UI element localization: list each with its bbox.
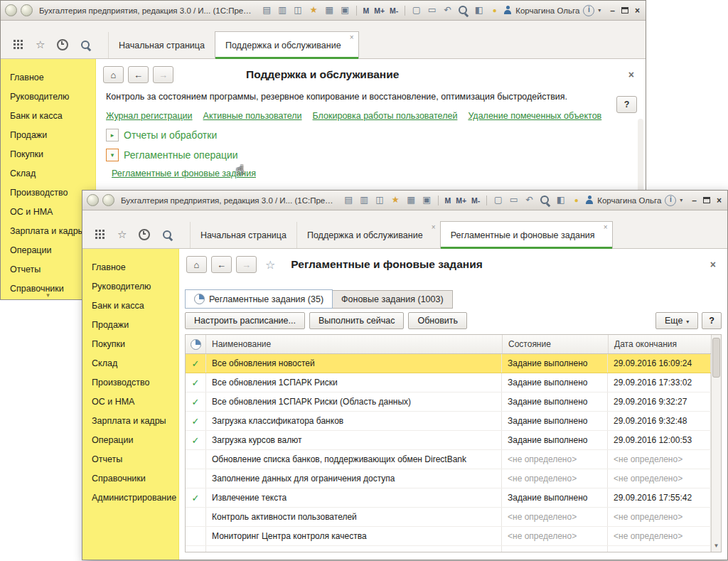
expand-icon[interactable]: ▸ [106, 129, 119, 141]
sidebar-item-склад[interactable]: Склад [82, 354, 178, 373]
status-column-header[interactable] [186, 335, 206, 353]
close-window-button[interactable]: × [717, 196, 722, 205]
titlebar[interactable]: Бухгалтерия предприятия, редакция 3.0 / … [82, 191, 727, 210]
view-tab[interactable]: Фоновые задания (1003) [332, 290, 453, 309]
favorites-star-icon[interactable]: ☆ [36, 40, 45, 50]
section-label[interactable]: Регламентные операции [124, 149, 238, 161]
history-icon[interactable] [139, 229, 150, 240]
window-tab[interactable]: Начальная страница [190, 222, 296, 248]
sidebar-item-главное[interactable]: Главное [1, 68, 95, 87]
name-column-header[interactable]: Наименование [206, 335, 503, 353]
quick-actions-button[interactable] [102, 194, 114, 206]
memory-minus-button[interactable]: М- [471, 196, 481, 205]
close-page-icon[interactable]: × [706, 259, 720, 270]
sidebar-more-icon[interactable]: ▾ [46, 292, 50, 299]
table-row[interactable]: Заполнение данных для ограничения доступ… [186, 469, 711, 488]
help-button[interactable]: ? [616, 96, 637, 113]
home-button[interactable]: ⌂ [186, 256, 207, 273]
split-window-icon[interactable]: ◧ [473, 5, 484, 16]
undo-icon[interactable]: ↶ [442, 5, 453, 16]
support-link[interactable]: Удаление помеченных объектов [468, 111, 601, 121]
minimize-button[interactable]: – [610, 6, 615, 15]
print-preview-icon[interactable]: ◫ [375, 195, 385, 205]
print-icon[interactable]: ▥ [359, 195, 370, 205]
collapse-icon[interactable]: ▾ [106, 149, 119, 161]
open-file-icon[interactable]: ▭ [427, 5, 437, 16]
table-row[interactable]: ✓Загрузка курсов валютЗадание выполнено2… [186, 431, 711, 450]
toolbar-button[interactable]: Обновить [408, 312, 467, 329]
search-icon[interactable] [80, 40, 91, 50]
forward-button[interactable]: → [153, 66, 173, 83]
home-button[interactable]: ⌂ [103, 66, 124, 83]
support-link[interactable]: Блокировка работы пользователей [313, 111, 458, 121]
sidebar-item-банк-и-касса[interactable]: Банк и касса [82, 296, 178, 316]
sidebar-item-склад[interactable]: Склад [1, 164, 95, 183]
close-page-icon[interactable]: × [624, 69, 638, 80]
table-header[interactable]: Наименование Состояние Дата окончания [186, 335, 711, 354]
sidebar-item-ос-и-нма[interactable]: ОС и НМА [82, 392, 178, 412]
memory-minus-button[interactable]: М- [389, 6, 399, 15]
calendar-icon[interactable]: ▦ [406, 195, 417, 205]
table-row[interactable]: ✓Извлечение текстаЗадание выполнено29.09… [186, 488, 711, 508]
add-favorite-star-icon[interactable]: ☆ [265, 258, 275, 272]
open-file-icon[interactable]: ▭ [508, 195, 519, 205]
favorites-icon[interactable]: ★ [309, 5, 319, 16]
maximize-button[interactable] [621, 7, 628, 14]
print-preview-icon[interactable]: ◫ [293, 5, 304, 16]
table-row[interactable]: Контроль активности пользователей<не опр… [186, 508, 711, 527]
sidebar-item-руководителю[interactable]: Руководителю [82, 277, 178, 296]
table-row[interactable]: Мониторинг Центра контроля качества<не о… [186, 527, 711, 546]
scroll-down-icon[interactable]: ▼ [714, 543, 719, 550]
main-menu-button[interactable] [87, 194, 99, 206]
undo-icon[interactable]: ↶ [524, 195, 535, 205]
scrollbar-thumb[interactable] [712, 338, 720, 378]
back-button[interactable]: ← [128, 66, 149, 83]
sidebar-item-операции[interactable]: Операции [82, 431, 178, 450]
help-button[interactable]: ? [702, 312, 722, 329]
toolbar-button[interactable]: Выполнить сейчас [309, 312, 405, 329]
search-icon[interactable] [458, 5, 469, 16]
calculator-icon[interactable]: ▣ [422, 195, 432, 205]
sidebar-item-руководителю[interactable]: Руководителю [1, 87, 95, 107]
calculator-icon[interactable]: ▣ [340, 5, 350, 16]
sidebar-item-отчеты[interactable]: Отчеты [82, 450, 178, 469]
sidebar-item-зарплата-и-кадры[interactable]: Зарплата и кадры [82, 412, 178, 431]
support-link[interactable]: Активные пользователи [203, 111, 302, 121]
window-tab[interactable]: Начальная страница [108, 32, 215, 58]
search-icon[interactable] [162, 230, 173, 240]
tips-icon[interactable]: ● [489, 5, 500, 16]
tips-icon[interactable]: ● [571, 195, 582, 205]
view-tab[interactable]: Регламентные задания (35) [185, 289, 333, 309]
sidebar-item-покупки[interactable]: Покупки [1, 145, 95, 164]
table-row[interactable]: ✓Все обновления 1СПАРК РискиЗадание выпо… [186, 373, 711, 392]
memory-button[interactable]: М [362, 6, 370, 15]
calendar-icon[interactable]: ▦ [324, 5, 335, 16]
section-reports-processing[interactable]: ▸ Отчеты и обработки [96, 123, 646, 143]
memory-plus-button[interactable]: М+ [373, 6, 385, 15]
sidebar-item-администрирование[interactable]: Администрирование [82, 488, 178, 508]
new-document-icon[interactable]: ▢ [493, 195, 503, 205]
all-functions-grid-icon[interactable] [95, 230, 105, 240]
tab-close-icon[interactable]: × [432, 224, 436, 231]
info-icon[interactable]: i [665, 195, 676, 206]
favorites-icon[interactable]: ★ [390, 195, 401, 205]
titlebar[interactable]: Бухгалтерия предприятия, редакция 3.0 / … [1, 1, 646, 21]
section-scheduled-operations[interactable]: ▾ Регламентные операции [96, 143, 646, 163]
table-row[interactable]: ✓Все обновления новостейЗадание выполнен… [186, 354, 711, 373]
favorites-star-icon[interactable]: ☆ [117, 230, 127, 240]
table-scrollbar[interactable]: ▼ [711, 335, 721, 552]
sidebar-item-продажи[interactable]: Продажи [1, 126, 95, 145]
tab-close-icon[interactable]: × [604, 224, 608, 231]
sidebar-item-покупки[interactable]: Покупки [82, 335, 178, 354]
new-document-icon[interactable]: ▢ [411, 5, 422, 16]
quick-actions-button[interactable] [21, 4, 33, 16]
date-column-header[interactable]: Дата окончания [609, 335, 711, 353]
sidebar-item-продажи[interactable]: Продажи [82, 316, 178, 335]
print-icon[interactable]: ▥ [277, 5, 288, 16]
maximize-button[interactable] [703, 197, 710, 203]
user-menu[interactable]: Корчагина Ольга [503, 6, 579, 15]
sidebar-item-банк-и-касса[interactable]: Банк и касса [1, 107, 95, 126]
sidebar-item-производство[interactable]: Производство [82, 373, 178, 392]
save-icon[interactable]: ▤ [343, 195, 354, 205]
back-button[interactable]: ← [211, 256, 232, 273]
